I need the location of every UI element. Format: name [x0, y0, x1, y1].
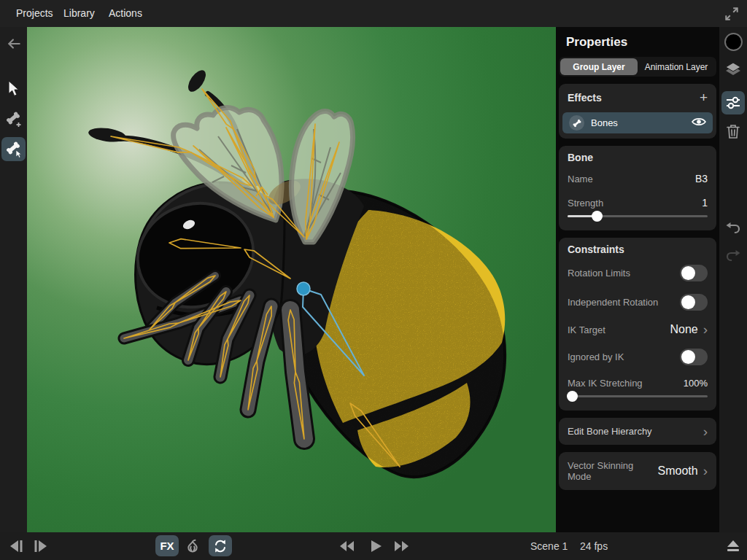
strength-slider[interactable]	[568, 210, 708, 222]
rewind-icon[interactable]	[338, 537, 357, 555]
independent-rotation-toggle[interactable]	[680, 294, 708, 311]
layer-tabs: Group Layer Animation Layer	[559, 57, 716, 77]
app-window: Projects Library Actions	[0, 0, 747, 560]
ignored-by-ik-label: Ignored by IK	[568, 351, 624, 362]
bone-name-value[interactable]: B3	[695, 173, 708, 184]
add-effect-button[interactable]: +	[700, 90, 708, 106]
bone-tool-selected[interactable]	[1, 137, 26, 161]
layers-icon[interactable]	[721, 58, 745, 81]
bones-effect-label: Bones	[591, 117, 692, 128]
bone-add-icon[interactable]	[1, 107, 26, 131]
rotation-limits-toggle[interactable]	[680, 265, 708, 281]
vector-skinning-card: Vector Skinning Mode Smooth ›	[559, 452, 716, 490]
undo-icon[interactable]	[721, 217, 745, 240]
color-swatch[interactable]	[721, 30, 745, 53]
back-arrow-icon[interactable]	[1, 31, 26, 55]
onion-skin-icon[interactable]	[181, 535, 204, 556]
panel-title: Properties	[566, 35, 709, 50]
constraints-header: Constraints	[568, 244, 624, 255]
transport-bar: FX	[0, 532, 747, 560]
chevron-right-icon: ›	[703, 324, 708, 335]
strength-label: Strength	[568, 198, 603, 209]
cursor-icon[interactable]	[1, 77, 26, 101]
menu-actions[interactable]: Actions	[109, 0, 142, 27]
menu-library[interactable]: Library	[63, 0, 95, 27]
ik-target-label: IK Target	[568, 324, 605, 335]
step-back-icon[interactable]	[6, 537, 25, 555]
bones-effect-row[interactable]: Bones	[562, 112, 713, 133]
play-button[interactable]	[366, 537, 385, 555]
vector-skinning-label: Vector Skinning Mode	[568, 460, 658, 482]
cursor-icon	[16, 150, 21, 158]
ik-target-selector[interactable]: None ›	[670, 323, 708, 336]
adjustments-icon[interactable]	[721, 91, 745, 114]
effects-card: Effects + Bones	[559, 84, 716, 139]
properties-panel: Properties Group Layer Animation Layer E…	[556, 27, 719, 532]
menu-projects[interactable]: Projects	[16, 0, 53, 27]
expand-diagonal-icon[interactable]	[724, 6, 740, 22]
slider-thumb[interactable]	[592, 211, 603, 222]
max-ik-value: 100%	[684, 378, 708, 389]
loop-icon[interactable]	[209, 535, 232, 556]
effects-header: Effects	[568, 92, 602, 104]
step-forward-icon[interactable]	[32, 537, 51, 555]
redo-icon[interactable]	[721, 244, 745, 268]
independent-rotation-label: Independent Rotation	[568, 297, 658, 308]
edit-bone-hierarchy-card: Edit Bone Hierarchy ›	[559, 418, 716, 445]
fps-label[interactable]: 24 fps	[580, 540, 608, 552]
fx-label: FX	[160, 540, 174, 552]
constraints-card: Constraints Rotation Limits Independent …	[559, 238, 716, 411]
bone-header: Bone	[568, 152, 593, 163]
top-menu-bar: Projects Library Actions	[0, 0, 747, 27]
bone-joint	[297, 282, 310, 295]
trash-icon[interactable]	[721, 120, 745, 143]
edit-bone-hierarchy-button[interactable]: Edit Bone Hierarchy ›	[559, 418, 716, 445]
bone-icon	[569, 115, 584, 131]
slider-thumb[interactable]	[567, 391, 578, 402]
visibility-eye-icon[interactable]	[692, 117, 706, 130]
tab-animation-layer[interactable]: Animation Layer	[638, 58, 715, 75]
left-toolbar	[0, 27, 27, 532]
fx-button[interactable]: FX	[155, 535, 179, 556]
canvas[interactable]	[27, 27, 556, 532]
max-ik-slider[interactable]	[568, 390, 708, 402]
chevron-right-icon: ›	[703, 427, 708, 437]
vector-skinning-value: Smooth	[658, 464, 698, 478]
rotation-limits-label: Rotation Limits	[568, 268, 630, 279]
ignored-by-ik-toggle[interactable]	[680, 349, 708, 365]
scene-label[interactable]: Scene 1	[530, 540, 568, 552]
bee-illustration	[27, 27, 556, 532]
vector-skinning-selector[interactable]: Vector Skinning Mode Smooth ›	[559, 452, 716, 490]
fast-forward-icon[interactable]	[392, 537, 411, 555]
tab-group-layer[interactable]: Group Layer	[560, 58, 638, 75]
eject-icon[interactable]	[724, 537, 743, 555]
strength-value: 1	[702, 197, 708, 209]
bone-card: Bone Name B3 Strength 1	[559, 146, 716, 230]
chevron-right-icon: ›	[703, 466, 708, 476]
edit-bone-hierarchy-label: Edit Bone Hierarchy	[568, 426, 652, 437]
max-ik-label: Max IK Stretching	[568, 378, 643, 389]
right-toolbar	[719, 27, 747, 532]
ik-target-value: None	[670, 323, 697, 336]
bone-name-label: Name	[568, 174, 593, 184]
